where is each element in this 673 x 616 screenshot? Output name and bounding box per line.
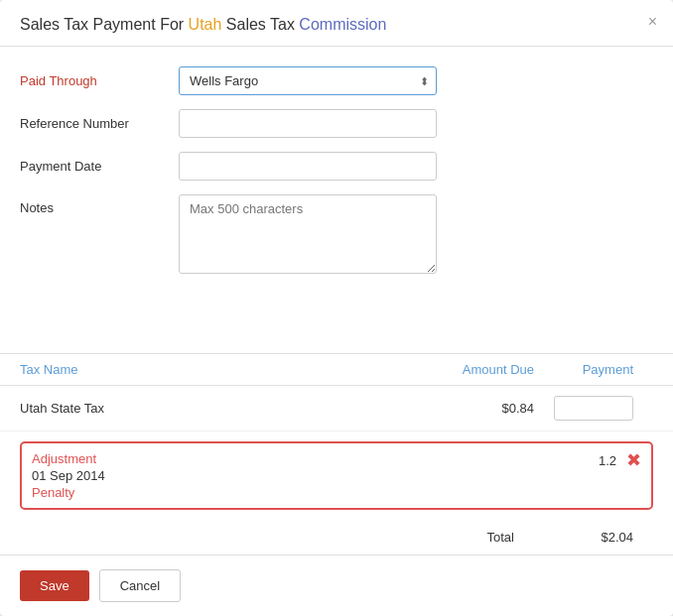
reference-number-label: Reference Number [20,116,179,131]
row-payment-input[interactable]: 0.84 [554,396,633,421]
paid-through-select-wrapper: Wells Fargo Chase Bank of America [179,66,437,95]
dialog-title: Sales Tax Payment For Utah Sales Tax Com… [20,16,653,34]
notes-control [179,194,437,277]
payment-date-row: Payment Date 01 Sep 2014 [20,152,653,181]
adjustment-date: 01 Sep 2014 [32,468,599,483]
payment-date-input[interactable]: 01 Sep 2014 [179,152,437,181]
notes-row: Notes [20,194,653,277]
adjustment-content: Adjustment 01 Sep 2014 Penalty [32,451,599,500]
title-part-payment: Payment [93,16,161,33]
total-row: Total $2.04 [0,520,673,554]
adjustment-amount: 1.2 [599,451,616,468]
table-header: Tax Name Amount Due Payment [0,354,673,386]
reference-number-row: Reference Number [20,109,653,138]
adjustment-type: Penalty [32,485,599,500]
title-part-commission: Commission [299,16,386,33]
row-taxname: Utah State Tax [20,401,395,416]
adjustment-row: Adjustment 01 Sep 2014 Penalty 1.2 ✖ [20,441,653,510]
total-amount: $2.04 [574,530,653,545]
paid-through-select[interactable]: Wells Fargo Chase Bank of America [179,66,437,95]
row-amountdue: $0.84 [395,401,534,416]
notes-label: Notes [20,200,179,215]
title-part-sales2: Sales Tax [221,16,299,33]
adjustment-title: Adjustment [32,451,599,466]
dialog-body: Paid Through Wells Fargo Chase Bank of A… [0,47,673,343]
save-button[interactable]: Save [20,570,89,601]
row-payment-cell: 0.84 [534,396,653,421]
payment-date-control: 01 Sep 2014 [179,152,437,181]
sales-tax-payment-dialog: Sales Tax Payment For Utah Sales Tax Com… [0,0,673,616]
col-amountdue-header: Amount Due [395,362,534,377]
title-part-sales: Sales Tax [20,16,93,33]
paid-through-control: Wells Fargo Chase Bank of America [179,66,437,95]
tax-table-section: Tax Name Amount Due Payment Utah State T… [0,353,673,554]
dialog-footer: Save Cancel [0,554,673,616]
reference-number-input[interactable] [179,109,437,138]
paid-through-row: Paid Through Wells Fargo Chase Bank of A… [20,66,653,95]
reference-number-control [179,109,437,138]
close-button[interactable]: × [648,14,657,30]
adjustment-remove-button[interactable]: ✖ [626,451,641,469]
col-taxname-header: Tax Name [20,362,395,377]
dialog-header: Sales Tax Payment For Utah Sales Tax Com… [0,0,673,47]
title-part-for: For [160,16,188,33]
total-label: Total [487,530,514,545]
payment-date-label: Payment Date [20,159,179,174]
col-payment-header: Payment [534,362,653,377]
title-part-utah: Utah [189,16,222,33]
table-row: Utah State Tax $0.84 0.84 [0,386,673,431]
notes-textarea[interactable] [179,194,437,274]
paid-through-label: Paid Through [20,73,179,88]
cancel-button[interactable]: Cancel [99,569,181,602]
